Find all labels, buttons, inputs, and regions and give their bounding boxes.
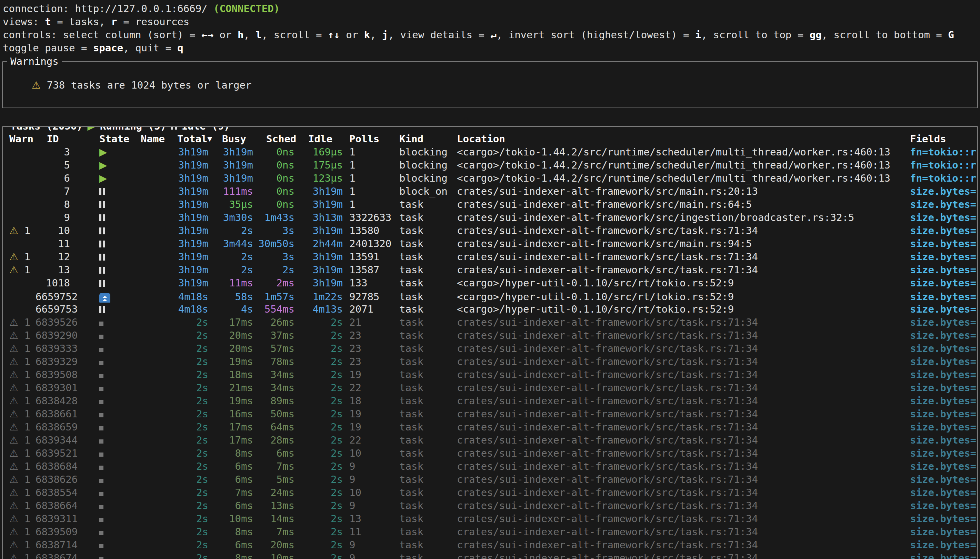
task-row[interactable]: ⚠ 168386742s8ms10ms2s9taskcrates/sui-ind…: [3, 551, 977, 559]
column-header-sched[interactable]: Sched: [257, 132, 298, 146]
cell-total: 4m18s: [177, 303, 212, 316]
cell-busy: 21ms: [212, 381, 257, 394]
warning-icon: ⚠: [32, 79, 41, 91]
task-row[interactable]: ⚠ 1123h19m2s3s3h19m13591taskcrates/sui-i…: [3, 250, 977, 263]
task-row[interactable]: ⚠ 168393442s17ms28ms2s22taskcrates/sui-i…: [3, 433, 977, 447]
task-row[interactable]: ⚠ 168386262s6ms5ms2s9taskcrates/sui-inde…: [3, 473, 977, 486]
task-row[interactable]: 83h19m35µs0ns3h19m1taskcrates/sui-indexe…: [3, 198, 977, 211]
cell-warn: ⚠ 1: [3, 394, 35, 407]
warning-icon: ⚠: [9, 264, 18, 276]
cell-sched: 26ms: [257, 316, 298, 329]
cell-busy: 20ms: [212, 329, 257, 342]
cell-id: 6839521: [35, 447, 99, 460]
column-header-kind[interactable]: Kind: [393, 132, 450, 146]
task-row[interactable]: ⚠ 1133h19m2s2s3h19m13587taskcrates/sui-i…: [3, 263, 977, 276]
task-row[interactable]: ⚠ 168386612s16ms50ms2s19taskcrates/sui-i…: [3, 407, 977, 420]
cell-location: crates/sui-indexer-alt-framework/src/tas…: [450, 394, 904, 407]
text-segment: ,: [243, 29, 255, 41]
cell-state: [99, 211, 141, 224]
cell-idle: 2s: [298, 407, 343, 420]
field-text: size.bytes=: [910, 277, 976, 289]
cell-location: crates/sui-indexer-alt-framework/src/mai…: [450, 237, 904, 250]
cell-sched: 37ms: [257, 329, 298, 342]
field-text: fn=tokio::r: [910, 146, 976, 158]
task-row[interactable]: ⚠ 168393292s19ms78ms2s23taskcrates/sui-i…: [3, 355, 977, 368]
text-segment: , scroll to bottom =: [822, 29, 948, 41]
column-header-warn[interactable]: Warn: [3, 132, 35, 146]
running-icon: ▶: [99, 146, 107, 158]
warning-icon: ⚠: [9, 526, 18, 538]
paused-icon: [99, 254, 105, 261]
column-header-state[interactable]: State: [99, 132, 141, 146]
task-row[interactable]: ⚠ 168395092s8ms7ms2s11taskcrates/sui-ind…: [3, 525, 977, 538]
cell-id: 6659752: [35, 290, 99, 303]
cell-location: <cargo>/hyper-util-0.1.10/src/rt/tokio.r…: [450, 303, 904, 316]
task-row[interactable]: ⚠ 168387142s6ms20ms2s9taskcrates/sui-ind…: [3, 538, 977, 551]
cell-busy: 3h19m: [212, 159, 257, 172]
cell-id: 6838674: [35, 551, 99, 559]
column-header-fields[interactable]: Fields: [904, 132, 977, 146]
cell-location: <cargo>/hyper-util-0.1.10/src/rt/tokio.r…: [450, 290, 904, 303]
cell-total: 3h19m: [177, 237, 212, 250]
cell-busy: 2s: [212, 224, 257, 237]
column-header-loc[interactable]: Location: [450, 132, 904, 146]
task-row[interactable]: 113h19m3m44s30m50s2h44m2401320taskcrates…: [3, 237, 977, 250]
task-row[interactable]: 3▶3h19m3h19m0ns169µs1blocking<cargo>/tok…: [3, 146, 977, 159]
cell-busy: 58s: [212, 290, 257, 303]
cell-busy: 17ms: [212, 316, 257, 329]
task-row[interactable]: 5▶3h19m3h19m0ns175µs1blocking<cargo>/tok…: [3, 159, 977, 172]
task-row[interactable]: 73h19m111ms0ns3h19m1block_oncrates/sui-i…: [3, 185, 977, 198]
task-row[interactable]: ⚠ 168384282s19ms89ms2s18taskcrates/sui-i…: [3, 394, 977, 407]
cell-busy: 6ms: [212, 460, 257, 473]
task-row[interactable]: ⚠ 168392902s20ms37ms2s23taskcrates/sui-i…: [3, 329, 977, 342]
task-row[interactable]: 6▶3h19m3h19m0ns123µs1blocking<cargo>/tok…: [3, 172, 977, 185]
task-row[interactable]: ⚠ 168386592s17ms64ms2s19taskcrates/sui-i…: [3, 420, 977, 433]
column-header-total[interactable]: Total▼: [177, 132, 212, 146]
column-header-name[interactable]: Name: [141, 132, 177, 146]
cell-warn: ⚠ 1: [3, 342, 35, 355]
column-header-busy[interactable]: Busy: [212, 132, 257, 146]
column-header-id[interactable]: ID: [35, 132, 99, 146]
task-row[interactable]: ⚠ 168395082s18ms34ms2s19taskcrates/sui-i…: [3, 368, 977, 381]
warning-icon: ⚠: [9, 382, 18, 394]
task-row[interactable]: ⚠ 168386642s6ms13ms2s9taskcrates/sui-ind…: [3, 499, 977, 512]
cell-sched: 2s: [257, 263, 298, 276]
column-header-idle[interactable]: Idle: [298, 132, 343, 146]
cell-idle: 3h19m: [298, 276, 343, 289]
warning-icon: ⚠: [9, 225, 18, 237]
task-row[interactable]: 10183h19m11ms2ms3h19m133task<cargo>/hype…: [3, 276, 977, 289]
field-text: size.bytes=: [910, 225, 976, 237]
text-segment: , quit =: [123, 42, 177, 54]
cell-polls: 18: [343, 394, 393, 407]
cell-state: [99, 512, 141, 525]
cell-fields: size.bytes=: [904, 211, 977, 224]
task-row[interactable]: ⚠ 168385542s7ms24ms2s10taskcrates/sui-in…: [3, 486, 977, 499]
cell-polls: 13591: [343, 250, 393, 263]
text-segment: space: [93, 42, 123, 54]
cell-busy: 3h19m: [212, 172, 257, 185]
cell-idle: 169µs: [298, 146, 343, 159]
task-row[interactable]: 66597534m18s4s554ms4m13s2071task<cargo>/…: [3, 303, 977, 316]
cell-warn: ⚠ 1: [3, 551, 35, 559]
task-row[interactable]: ⚠ 1103h19m2s3s3h19m13580taskcrates/sui-i…: [3, 224, 977, 237]
task-row[interactable]: ⚠ 168395212s8ms6ms2s10taskcrates/sui-ind…: [3, 447, 977, 460]
stopped-icon: [99, 440, 103, 443]
cell-total: 3h19m: [177, 250, 212, 263]
task-row[interactable]: 66597524m18s58s1m57s1m22s92785task<cargo…: [3, 289, 977, 303]
field-text: size.bytes=: [910, 434, 976, 446]
task-row[interactable]: ⚠ 168393332s20ms57ms2s23taskcrates/sui-i…: [3, 342, 977, 355]
cell-polls: 3322633: [343, 211, 393, 224]
text-segment: ←→: [201, 29, 214, 41]
cell-idle: 2s: [298, 368, 343, 381]
column-header-polls[interactable]: Polls: [343, 132, 393, 146]
task-row[interactable]: ⚠ 168386842s6ms7ms2s9taskcrates/sui-inde…: [3, 460, 977, 473]
warnings-title-label: Warnings: [10, 55, 59, 68]
task-row[interactable]: ⚠ 168393012s21ms34ms2s22taskcrates/sui-i…: [3, 381, 977, 394]
task-row[interactable]: ⚠ 168393112s10ms14ms2s13taskcrates/sui-i…: [3, 512, 977, 525]
controls-line: controls: select column (sort) = ←→ or h…: [3, 28, 980, 41]
stopped-icon: [99, 400, 103, 404]
cell-state: [99, 185, 141, 198]
task-row[interactable]: ⚠ 168395262s17ms26ms2s21taskcrates/sui-i…: [3, 316, 977, 329]
cell-kind: task: [393, 263, 450, 276]
task-row[interactable]: 93h19m3m30s1m43s3h13m3322633taskcrates/s…: [3, 211, 977, 224]
